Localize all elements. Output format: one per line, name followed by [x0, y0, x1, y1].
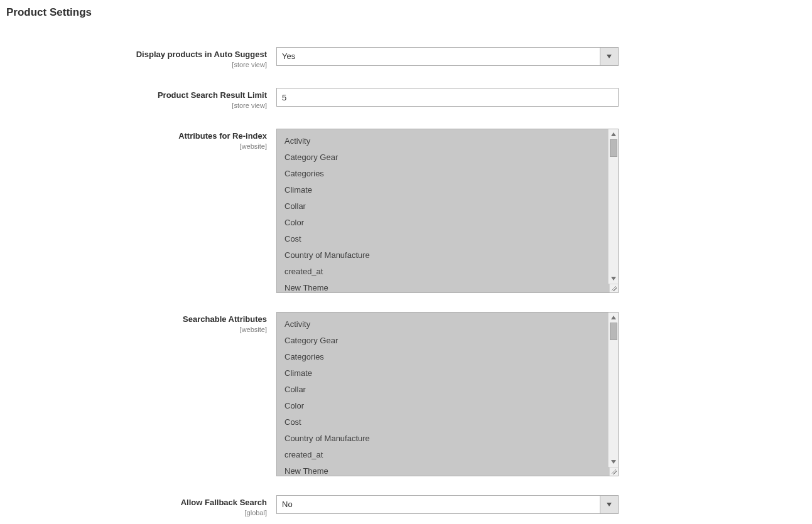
result-limit-input[interactable]: [276, 88, 619, 107]
label-col: Attributes for Re-index [website]: [6, 129, 276, 293]
scrollbar[interactable]: [608, 313, 618, 467]
multiselect-option[interactable]: Categories: [277, 166, 608, 182]
multiselect-option[interactable]: Climate: [277, 365, 608, 382]
field-fallback: Allow Fallback Search [global] No: [6, 495, 812, 517]
scroll-up-icon[interactable]: [609, 129, 619, 139]
multiselect-option[interactable]: created_at: [277, 447, 608, 463]
field-label: Display products in Auto Suggest: [136, 50, 267, 59]
multiselect-option[interactable]: Category Gear: [277, 333, 608, 349]
multiselect-option[interactable]: Activity: [277, 133, 608, 149]
select-fallback[interactable]: No: [276, 495, 619, 514]
multiselect-option[interactable]: Collar: [277, 198, 608, 215]
select-value[interactable]: Yes: [276, 47, 619, 66]
multiselect-option[interactable]: Cost: [277, 414, 608, 430]
multiselect-option[interactable]: New Theme: [277, 463, 608, 476]
scrollbar[interactable]: [608, 129, 618, 284]
field-label: Attributes for Re-index: [178, 131, 267, 141]
chevron-down-icon[interactable]: [600, 495, 619, 514]
resize-handle-icon[interactable]: [609, 284, 618, 292]
field-result-limit: Product Search Result Limit [store view]: [6, 88, 812, 110]
multiselect-option[interactable]: created_at: [277, 264, 608, 280]
multiselect-option[interactable]: Color: [277, 398, 608, 414]
scroll-down-icon[interactable]: [609, 274, 619, 284]
field-searchable-attrs: Searchable Attributes [website] Activity…: [6, 312, 812, 476]
multiselect-option[interactable]: Categories: [277, 349, 608, 365]
scroll-thumb[interactable]: [610, 139, 617, 157]
control-col: [276, 88, 619, 110]
multiselect-list[interactable]: ActivityCategory GearCategoriesClimateCo…: [277, 129, 608, 292]
scroll-up-icon[interactable]: [609, 313, 619, 323]
control-col: ActivityCategory GearCategoriesClimateCo…: [276, 312, 619, 476]
field-reindex-attrs: Attributes for Re-index [website] Activi…: [6, 129, 812, 293]
control-col: No: [276, 495, 619, 517]
select-value[interactable]: No: [276, 495, 619, 514]
field-label: Product Search Result Limit: [158, 90, 267, 100]
multiselect-option[interactable]: Activity: [277, 316, 608, 333]
field-scope: [website]: [6, 325, 267, 334]
chevron-down-icon[interactable]: [600, 47, 619, 66]
field-label: Searchable Attributes: [183, 314, 267, 324]
multiselect-option[interactable]: Country of Manufacture: [277, 430, 608, 447]
scroll-thumb[interactable]: [610, 323, 617, 340]
control-col: ActivityCategory GearCategoriesClimateCo…: [276, 129, 619, 293]
field-label: Allow Fallback Search: [181, 498, 267, 507]
field-display-products: Display products in Auto Suggest [store …: [6, 47, 812, 69]
multiselect-option[interactable]: Climate: [277, 182, 608, 198]
field-scope: [website]: [6, 142, 267, 151]
label-col: Searchable Attributes [website]: [6, 312, 276, 476]
multiselect-option[interactable]: Collar: [277, 382, 608, 398]
label-col: Display products in Auto Suggest [store …: [6, 47, 276, 69]
field-scope: [store view]: [6, 101, 267, 110]
multiselect-list[interactable]: ActivityCategory GearCategoriesClimateCo…: [277, 313, 608, 476]
multiselect-option[interactable]: Cost: [277, 231, 608, 247]
label-col: Allow Fallback Search [global]: [6, 495, 276, 517]
field-scope: [store view]: [6, 60, 267, 69]
label-col: Product Search Result Limit [store view]: [6, 88, 276, 110]
multiselect-option[interactable]: Color: [277, 215, 608, 231]
section-title: Product Settings: [6, 6, 812, 19]
resize-handle-icon[interactable]: [609, 467, 618, 476]
field-scope: [global]: [6, 508, 267, 517]
multiselect-option[interactable]: Category Gear: [277, 149, 608, 166]
multiselect-option[interactable]: New Theme: [277, 280, 608, 292]
scroll-down-icon[interactable]: [609, 457, 619, 467]
multiselect-reindex[interactable]: ActivityCategory GearCategoriesClimateCo…: [276, 129, 619, 293]
multiselect-option[interactable]: Country of Manufacture: [277, 247, 608, 264]
control-col: Yes: [276, 47, 619, 69]
multiselect-searchable[interactable]: ActivityCategory GearCategoriesClimateCo…: [276, 312, 619, 476]
select-display-products[interactable]: Yes: [276, 47, 619, 66]
